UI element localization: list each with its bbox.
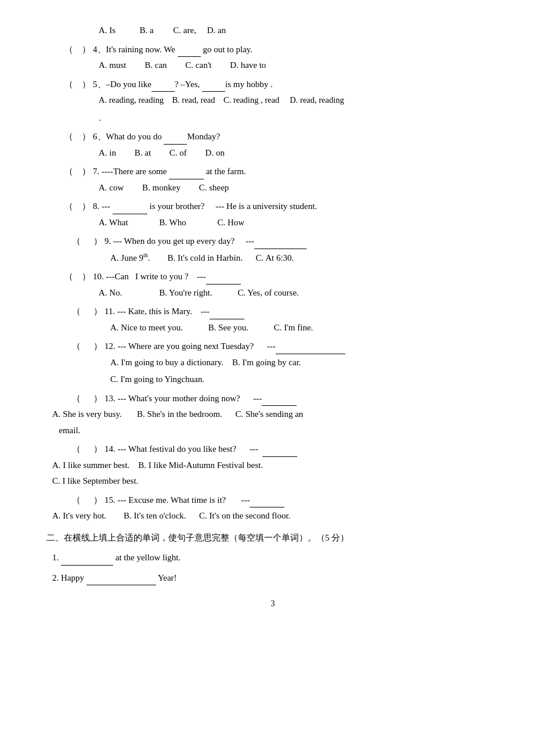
q11-options: A. Nice to meet you. B. See you. C. I'm … — [46, 321, 499, 336]
q12-text: 12. --- Where are you going next Tuesday… — [104, 339, 499, 354]
q11-paren: （ ） — [46, 304, 104, 319]
q9-options: A. June 9th. B. It's cold in Harbin. C. … — [46, 250, 499, 266]
q13-paren: （ ） — [46, 391, 104, 406]
q6-text: 6、What do you do Monday? — [93, 129, 499, 145]
q6-line: （ ） 6、What do you do Monday? — [46, 129, 499, 145]
q10-blank — [206, 269, 241, 285]
section2-title: 二、在横线上填上合适的单词，使句子意思完整（每空填一个单词）。（5 分） — [46, 531, 499, 546]
q12-paren: （ ） — [46, 339, 104, 354]
q4-blank — [178, 42, 201, 57]
q4-opt-c: C. can't — [185, 58, 211, 73]
q6-options: A. in B. at C. of D. on — [46, 146, 499, 161]
q10-opt-b: B. You're right. — [159, 286, 212, 301]
q13-line: （ ） 13. --- What's your mother doing now… — [46, 391, 499, 406]
q8-opt-b: B. Who — [159, 215, 186, 231]
question-10-block: （ ） 10. ---Can I write to you ? --- A. N… — [46, 269, 499, 300]
q9-line: （ ） 9. --- When do you get up every day?… — [46, 233, 499, 249]
dot-separator: . — [99, 111, 499, 126]
fill-item-2: 2. Happy Year! — [46, 570, 499, 586]
q13-opt-c2: email. — [46, 423, 499, 438]
q8-text: 8. --- is your brother? --- He is a univ… — [93, 199, 499, 214]
q7-opt-b: B. monkey — [142, 181, 181, 196]
q10-paren: （ ） — [46, 269, 93, 285]
q15-text: 15. --- Excuse me. What time is it? --- — [104, 492, 499, 508]
q13-opt-a: A. She is very busy. — [52, 409, 122, 419]
q9-blank — [254, 233, 306, 249]
q11-blank — [210, 304, 244, 319]
q5-blank1 — [151, 77, 175, 92]
q12-blank — [276, 339, 345, 354]
q12-line: （ ） 12. --- Where are you going next Tue… — [46, 339, 499, 354]
q11-opt-a: A. Nice to meet you. — [110, 321, 183, 336]
q12-opt-a: A. I'm going to buy a dictionary. — [110, 358, 223, 367]
question-4-block: （ ） 4、It's raining now. We go out to pla… — [46, 42, 499, 73]
q4-line: （ ） 4、It's raining now. We go out to pla… — [46, 42, 499, 57]
q6-blank — [164, 129, 187, 145]
top-option-d: D. an — [207, 26, 226, 35]
q14-opt-a: A. I like summer best. — [52, 460, 129, 470]
q10-line: （ ） 10. ---Can I write to you ? --- — [46, 269, 499, 285]
page-number: 3 — [46, 597, 499, 611]
q15-opt-c: C. It's on the second floor. — [199, 511, 290, 520]
q5-line: （ ） 5、–Do you like ? –Yes, is my hobby . — [46, 77, 499, 92]
q13-opt-c: C. She's sending an — [235, 409, 303, 419]
question-5-block: （ ） 5、–Do you like ? –Yes, is my hobby .… — [46, 77, 499, 107]
q15-paren: （ ） — [46, 493, 104, 508]
fill1-blank — [61, 550, 113, 566]
question-6-block: （ ） 6、What do you do Monday? A. in B. at… — [46, 129, 499, 160]
q15-line: （ ） 15. --- Excuse me. What time is it? … — [46, 492, 499, 508]
q4-opt-d: D. have to — [230, 58, 266, 73]
q10-options: A. No. B. You're right. C. Yes, of cours… — [46, 286, 499, 301]
q7-paren: （ ） — [46, 164, 93, 179]
q15-opt-b: B. It's ten o'clock. — [124, 511, 186, 520]
question-14-block: （ ） 14. --- What festival do you like be… — [46, 441, 499, 489]
q6-opt-a: A. in — [99, 146, 116, 161]
q15-options: A. It's very hot. B. It's ten o'clock. C… — [46, 509, 499, 524]
q10-text: 10. ---Can I write to you ? --- — [93, 269, 499, 285]
q15-opt-a: A. It's very hot. — [52, 511, 106, 520]
q6-opt-d: D. on — [205, 146, 225, 161]
q4-opt-b: B. can — [145, 58, 167, 73]
q10-opt-a: A. No. — [99, 286, 122, 301]
q11-opt-b: B. See you. — [208, 321, 248, 336]
q4-options: A. must B. can C. can't D. have to — [46, 58, 499, 73]
q14-opt-b: B. I like Mid-Autumn Festival best. — [138, 460, 263, 470]
q4-paren: （ ） — [46, 42, 93, 57]
q13-opt-ab: A. She is very busy. B. She's in the bed… — [46, 407, 499, 422]
q14-text: 14. --- What festival do you like best? … — [104, 441, 499, 457]
q14-paren: （ ） — [46, 442, 104, 457]
top-options-line: A. Is B. a C. are, D. an — [46, 23, 499, 38]
q12-opt-ab: A. I'm going to buy a dictionary. B. I'm… — [46, 355, 499, 370]
q5-blank2 — [202, 77, 225, 92]
q15-blank — [250, 492, 284, 508]
top-option-a: A. Is — [99, 26, 116, 35]
q7-line: （ ） 7. ----There are some at the farm. — [46, 164, 499, 179]
q14-blank — [262, 441, 297, 457]
q11-line: （ ） 11. --- Kate, this is Mary. --- — [46, 304, 499, 319]
question-15-block: （ ） 15. --- Excuse me. What time is it? … — [46, 492, 499, 524]
question-8-block: （ ） 8. --- is your brother? --- He is a … — [46, 199, 499, 230]
q14-line: （ ） 14. --- What festival do you like be… — [46, 441, 499, 457]
q14-opt-ab: A. I like summer best. B. I like Mid-Aut… — [46, 458, 499, 473]
q8-paren: （ ） — [46, 199, 93, 214]
q13-opt-b: B. She's in the bedroom. — [137, 409, 222, 419]
top-option-c: C. are, — [173, 26, 196, 35]
q7-opt-a: A. cow — [99, 181, 124, 196]
q6-opt-b: B. at — [135, 146, 151, 161]
q5-paren: （ ） — [46, 77, 93, 92]
q13-text: 13. --- What's your mother doing now? --… — [104, 391, 499, 406]
q8-line: （ ） 8. --- is your brother? --- He is a … — [46, 199, 499, 214]
q8-opt-a: A. What — [99, 215, 128, 231]
question-13-block: （ ） 13. --- What's your mother doing now… — [46, 391, 499, 438]
q5-text: 5、–Do you like ? –Yes, is my hobby . — [93, 77, 499, 92]
q6-opt-c: C. of — [169, 146, 187, 161]
question-12-block: （ ） 12. --- Where are you going next Tue… — [46, 339, 499, 387]
question-9-block: （ ） 9. --- When do you get up every day?… — [46, 233, 499, 265]
q5-options: A. reading, reading B. read, read C. rea… — [46, 93, 499, 107]
q13-blank — [262, 391, 297, 406]
q4-text: 4、It's raining now. We go out to play. — [93, 42, 499, 57]
q11-opt-c: C. I'm fine. — [274, 321, 313, 336]
q4-opt-a: A. must — [99, 58, 127, 73]
q8-blank — [113, 199, 147, 214]
q9-paren: （ ） — [46, 234, 104, 249]
